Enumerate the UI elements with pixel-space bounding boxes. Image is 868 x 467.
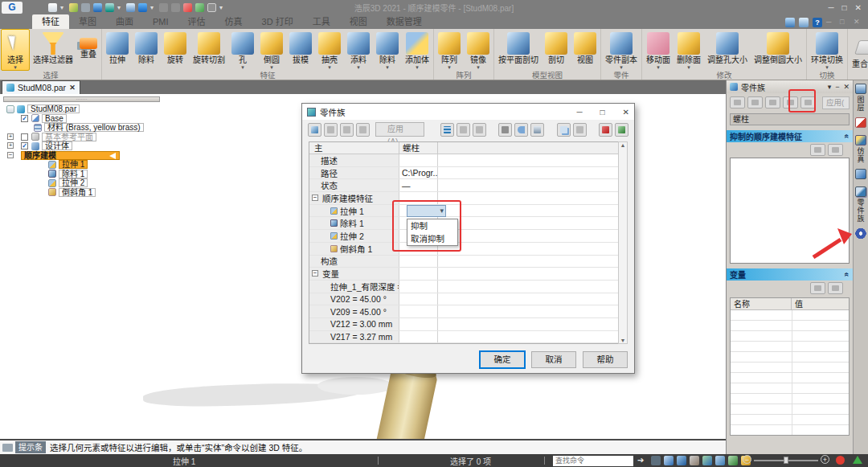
family-table-row[interactable]: 拉伸 2 <box>309 230 627 243</box>
panel-apply-button[interactable]: 应用( <box>822 96 850 109</box>
expand-toggle-icon[interactable] <box>7 152 14 158</box>
collapse-icon[interactable]: « <box>843 134 852 139</box>
ribbon-button[interactable]: 除料 <box>373 29 402 71</box>
dialog-button[interactable]: 确定 <box>480 351 525 368</box>
shaded-view-icon[interactable] <box>715 456 725 465</box>
minimize-ribbon-icon[interactable]: ─ <box>826 18 836 27</box>
family-row-label-cell[interactable]: 变量 <box>309 268 399 280</box>
ribbon-button[interactable]: 调整倒圆大小 <box>751 29 805 71</box>
edge-tab[interactable]: 图层 <box>855 84 866 112</box>
edit-member-icon[interactable] <box>324 123 338 137</box>
family-table-row[interactable]: 构造 <box>309 256 627 268</box>
ribbon-tab[interactable]: 工具 <box>303 14 340 29</box>
save-as-icon[interactable] <box>105 3 114 12</box>
family-row-label-cell[interactable]: 顺序建模特征 <box>309 192 399 204</box>
family-row-value-cell[interactable] <box>399 293 438 305</box>
ribbon-button[interactable]: 重叠 <box>76 29 100 65</box>
tree-item[interactable]: 除料 1 <box>3 170 160 178</box>
panel-pin-icon[interactable]: − <box>835 83 839 91</box>
rotate-view-icon[interactable] <box>702 456 712 465</box>
dialog-title-bar[interactable]: 零件族 ─ □ ✕ <box>302 104 634 120</box>
theme-icon[interactable] <box>785 18 795 27</box>
tree-checkbox[interactable] <box>21 142 28 150</box>
zoom-fit-icon[interactable] <box>677 456 686 465</box>
family-table-row[interactable]: 状态 — <box>309 179 627 192</box>
family-table-row[interactable]: 倒斜角 1 <box>309 243 627 256</box>
tree-item[interactable]: 拉伸 1 <box>3 160 160 169</box>
copy-icon[interactable] <box>557 123 571 137</box>
family-table-row[interactable]: 除料 1 <box>309 217 627 230</box>
ribbon-tab[interactable]: PMI <box>143 14 178 29</box>
undo-table-icon[interactable] <box>514 123 528 137</box>
ribbon-button[interactable]: 按平面剖切 <box>495 29 542 71</box>
tree-item[interactable]: 材料 (Brass, yellow brass) <box>3 123 160 132</box>
expand-toggle-icon[interactable] <box>7 133 14 140</box>
ribbon-button[interactable]: 旋转切割 <box>190 29 228 71</box>
family-row-value-cell[interactable] <box>399 154 438 166</box>
family-table-row[interactable]: V202 = 45.00 ° <box>309 293 627 306</box>
ribbon-button[interactable]: 零件副本 <box>602 29 641 71</box>
family-table-row[interactable]: V209 = 45.00 ° <box>309 305 627 318</box>
family-table-row[interactable]: 拉伸_1_有限深度 = ... <box>309 281 627 293</box>
command-search-input[interactable] <box>553 456 633 466</box>
suppressed-features-section-header[interactable]: 抑制的顺序建模特征 « <box>727 130 853 142</box>
table-scrollbar[interactable]: ▲ ▼ <box>618 141 628 344</box>
family-row-value-cell[interactable] <box>399 305 438 317</box>
ribbon-options-icon[interactable] <box>799 18 809 27</box>
family-row-label-cell[interactable]: 倒斜角 1 <box>309 243 399 255</box>
table-view-icon[interactable] <box>440 123 454 137</box>
family-row-label-cell[interactable]: V217 = 3.27 mm <box>309 331 399 343</box>
select-member-icon[interactable] <box>457 123 470 137</box>
undo-dropdown-icon[interactable]: ▾ <box>150 5 156 10</box>
family-table-row[interactable]: 拉伸 1 <box>309 205 627 218</box>
dialog-button[interactable]: 取消 <box>531 351 576 368</box>
panel-close-icon[interactable]: ✕ <box>843 83 850 91</box>
expand-toggle-icon[interactable] <box>312 270 318 277</box>
ribbon-button[interactable]: 选择 <box>1 29 30 71</box>
dialog-maximize-button[interactable]: □ <box>600 108 605 117</box>
save-icon[interactable] <box>93 3 102 12</box>
scroll-up-icon[interactable]: ▲ <box>620 142 626 148</box>
family-row-value-cell[interactable] <box>399 281 438 293</box>
family-row-label-cell[interactable]: 状态 <box>309 179 399 191</box>
report-icon[interactable] <box>615 123 628 137</box>
family-row-label-cell[interactable]: V202 = 45.00 ° <box>309 293 399 305</box>
new-file-dropdown-icon[interactable]: ▾ <box>60 5 66 10</box>
ribbon-button[interactable]: 抽壳 <box>315 29 344 71</box>
ribbon-button[interactable]: 调整孔大小 <box>704 29 751 71</box>
open-file-icon[interactable] <box>69 3 78 12</box>
help-icon[interactable]: ? <box>813 18 822 27</box>
family-table-row[interactable]: 变量 <box>309 268 627 281</box>
ribbon-button[interactable]: 添料 <box>344 29 373 71</box>
select-tool-icon[interactable] <box>207 3 216 12</box>
ribbon-button[interactable]: 环境切换 <box>808 29 846 71</box>
family-table-row[interactable]: V217 = 3.27 mm <box>309 331 627 344</box>
exclude-icon[interactable] <box>599 123 612 137</box>
tree-checkbox[interactable] <box>21 133 28 141</box>
family-table-row[interactable]: 描述 <box>309 154 627 167</box>
edge-tab[interactable] <box>855 169 866 181</box>
add-suppressed-feature-icon[interactable] <box>810 144 825 156</box>
ribbon-tab[interactable]: 特征 <box>32 14 69 29</box>
ribbon-tab[interactable]: 曲面 <box>106 14 143 29</box>
family-row-value-cell[interactable] <box>399 268 438 280</box>
ribbon-button[interactable]: 阵列 <box>435 29 464 71</box>
ribbon-button[interactable]: 拔模 <box>286 29 315 71</box>
family-table-row[interactable]: 路径 C:\Progr... <box>309 167 627 180</box>
family-row-label-cell[interactable]: 拉伸 1 <box>309 205 399 217</box>
zoom-in-icon[interactable]: + <box>821 455 829 464</box>
save-table-icon[interactable] <box>498 123 512 137</box>
tree-item[interactable]: 设计体 <box>3 141 160 150</box>
document-tab[interactable]: StudM08.par ✕ <box>2 80 80 94</box>
zoom-area-icon[interactable] <box>664 456 674 465</box>
refresh-icon[interactable] <box>340 123 354 137</box>
new-file-icon[interactable] <box>48 3 57 12</box>
pick-feature-icon[interactable] <box>473 123 486 137</box>
tree-item[interactable]: 顺序建模 <box>3 151 160 160</box>
family-row-value-cell[interactable] <box>399 318 438 330</box>
pathfinder-drag-handle[interactable]: ······· <box>3 96 160 102</box>
tree-item[interactable]: Base <box>3 114 160 123</box>
expand-toggle-icon[interactable] <box>312 195 318 201</box>
panel-menu-icon[interactable]: ▾ <box>828 83 832 91</box>
ribbon-tab[interactable]: 草图 <box>69 14 106 29</box>
